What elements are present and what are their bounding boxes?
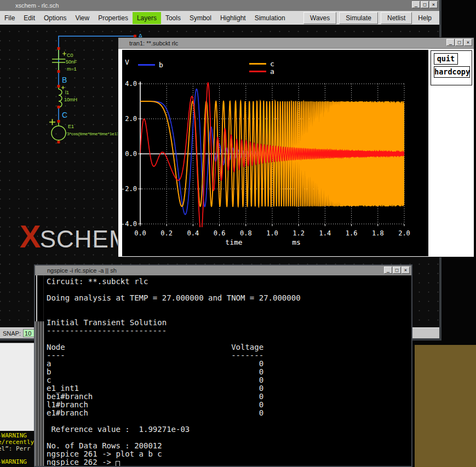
close-icon[interactable]: ✕ — [464, 39, 472, 46]
xschem-menubar: File Edit Options View Properties Layers… — [0, 11, 439, 25]
y-tick-label: 4.0 — [125, 80, 137, 88]
legend-item-c[interactable]: c — [249, 60, 274, 68]
y-tick-label: -4.0 — [122, 220, 137, 228]
capacitor-symbol[interactable] — [52, 49, 66, 72]
legend-swatch-a — [249, 71, 266, 72]
xschem-titlebar[interactable]: xschem - rlc.sch _ □ ✕ — [0, 0, 439, 11]
background-terminal-warnings: -WARNING e/recently el”: Perr -WARNING — [0, 431, 35, 467]
capacitor-ref[interactable]: C0 — [67, 53, 73, 58]
legend-swatch-b — [138, 64, 155, 66]
warning-line: -WARNING — [0, 458, 27, 465]
component-annotations: C0 50nF m=1 l1 10mH E1 '3*cos(time*time*… — [64, 53, 122, 136]
background-dialog-fragment — [0, 343, 35, 431]
xschem-logo-x: X — [20, 218, 40, 255]
x-tick-label: 0.2 — [160, 229, 173, 237]
legend-label-b: b — [159, 61, 163, 69]
terminal-window-controls: _ □ ✕ — [384, 267, 410, 274]
legend-label-a: a — [270, 67, 274, 76]
plot-button-panel: quit hardcopy — [431, 50, 472, 85]
ngspice-plot-window: tran1: **.subckt rlc _ □ ✕ 0.00.20.40.60… — [118, 37, 474, 257]
legend-swatch-c — [249, 63, 266, 65]
terminal-titlebar[interactable]: ngspice -i rlc.spice -a || sh _ □ ✕ — [35, 266, 411, 275]
waves-button[interactable]: Waves — [303, 12, 336, 24]
desktop: xschem - rlc.sch _ □ ✕ File Edit Options… — [0, 0, 476, 467]
menu-highlight[interactable]: Highlight — [216, 12, 250, 24]
net-label-b[interactable]: B — [62, 76, 67, 84]
menu-tools[interactable]: Tools — [161, 12, 185, 24]
waveforms — [140, 83, 404, 233]
menu-edit[interactable]: Edit — [19, 12, 39, 24]
capacitor-extra[interactable]: m=1 — [67, 66, 77, 72]
terminal-body[interactable]: Circuit: **.subckt rlc Doing analysis at… — [35, 275, 411, 466]
help-menu[interactable]: Help — [415, 13, 435, 24]
legend-item-a[interactable]: a — [249, 67, 274, 76]
x-tick-label: 0.4 — [187, 229, 199, 237]
menu-simulation[interactable]: Simulation — [250, 12, 290, 24]
voltage-source-symbol[interactable] — [49, 119, 66, 144]
x-tick-label: 0.0 — [134, 229, 146, 237]
x-axis-label: time — [221, 238, 247, 246]
capacitor-value[interactable]: 50nF — [66, 59, 77, 65]
desktop-background-patch — [415, 345, 476, 467]
waveform-plot[interactable]: 0.00.20.40.60.81.01.21.41.61.82.04.02.00… — [122, 50, 428, 256]
plot-content: 0.00.20.40.60.81.01.21.41.61.82.04.02.00… — [118, 49, 474, 257]
plot-titlebar[interactable]: tran1: **.subckt rlc _ □ ✕ — [118, 38, 474, 49]
xschem-logo: XSCHEM — [20, 218, 130, 255]
x-tick-label: 1.6 — [346, 229, 358, 237]
waveform-svg: 0.00.20.40.60.81.01.21.41.61.82.04.02.00… — [122, 50, 428, 256]
menu-layers[interactable]: Layers — [133, 12, 161, 24]
plot-window-controls: _ □ ✕ — [446, 39, 472, 46]
menu-symbol[interactable]: Symbol — [185, 12, 216, 24]
scrollbar-stipple — [35, 321, 44, 466]
maximize-icon[interactable]: □ — [393, 267, 401, 274]
minimize-icon[interactable]: _ — [384, 267, 392, 274]
hardcopy-button[interactable]: hardcopy — [434, 66, 470, 78]
y-tick-label: 2.0 — [125, 115, 137, 123]
menu-options[interactable]: Options — [39, 12, 71, 24]
source-expression[interactable]: '3*cos(time*time*time*1e11)' — [66, 131, 122, 136]
minimize-icon[interactable]: _ — [412, 1, 420, 8]
x-tick-label: 0.6 — [214, 229, 226, 237]
menu-view[interactable]: View — [71, 12, 94, 24]
minimize-icon[interactable]: _ — [446, 39, 455, 46]
legend-label-c: c — [270, 60, 274, 68]
terminal-window-title: ngspice -i rlc.spice -a || sh — [47, 267, 117, 274]
close-icon[interactable]: ✕ — [429, 1, 438, 8]
menu-file[interactable]: File — [0, 12, 19, 24]
terminal-output: Circuit: **.subckt rlc Doing analysis at… — [47, 278, 301, 466]
inductor-ref[interactable]: l1 — [65, 90, 69, 95]
net-label-c[interactable]: C — [62, 111, 67, 119]
terminal-cursor — [116, 461, 120, 466]
xschem-toolbar: Waves Simulate Netlist Help — [303, 12, 439, 24]
x-tick-label: 1.4 — [319, 229, 331, 237]
x-tick-label: 1.0 — [266, 229, 278, 237]
terminal-scrollbar[interactable] — [35, 275, 44, 466]
xschem-window-title: xschem - rlc.sch — [15, 2, 59, 9]
source-ref[interactable]: E1 — [68, 124, 74, 129]
x-axis-unit: ms — [290, 238, 303, 246]
y-tick-label: -2.0 — [122, 185, 137, 193]
quit-button[interactable]: quit — [434, 53, 458, 65]
ngspice-terminal-window: ngspice -i rlc.spice -a || sh _ □ ✕ Circ… — [34, 264, 412, 467]
xschem-window-controls: _ □ ✕ — [412, 1, 438, 8]
legend-item-b[interactable]: b — [138, 61, 163, 69]
snap-label: SNAP: — [3, 330, 21, 337]
maximize-icon[interactable]: □ — [421, 1, 429, 8]
x-tick-label: 1.2 — [293, 229, 305, 237]
scrollbar-rail — [36, 275, 37, 321]
plot-window-title: tran1: **.subckt rlc — [129, 40, 178, 47]
x-tick-label: 1.8 — [372, 229, 384, 237]
inductor-value[interactable]: 10mH — [64, 97, 77, 102]
netlist-button[interactable]: Netlist — [381, 12, 412, 24]
menu-properties[interactable]: Properties — [94, 12, 133, 24]
x-tick-label: 0.8 — [240, 229, 252, 237]
xschem-logo-text: SCHEM — [40, 226, 130, 253]
maximize-icon[interactable]: □ — [455, 39, 463, 46]
x-tick-label: 2.0 — [398, 229, 410, 237]
y-tick-label: 0.0 — [125, 150, 137, 158]
y-axis-unit: V — [125, 58, 129, 66]
warning-line: el”: Perr — [0, 445, 31, 452]
close-icon[interactable]: ✕ — [402, 267, 410, 274]
simulate-button[interactable]: Simulate — [339, 12, 378, 24]
